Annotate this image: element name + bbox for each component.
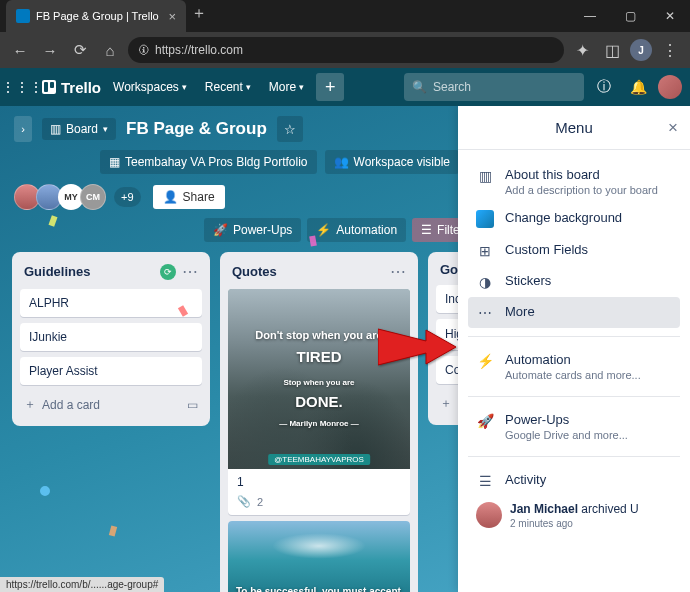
board-view-button[interactable]: ▥ Board ▾ xyxy=(42,118,116,140)
trello-header: ⋮⋮⋮ Trello Workspaces▾ Recent▾ More▾ + 🔍… xyxy=(0,68,690,106)
activity-avatar xyxy=(476,502,502,528)
workspace-chip[interactable]: ▦ Teembahay VA Pros Bldg Portfolio xyxy=(100,150,317,174)
list-quotes: Quotes ⋯ Don't stop when you are TIRED S… xyxy=(220,252,418,592)
close-tab-icon[interactable]: × xyxy=(168,9,176,24)
close-menu-icon[interactable]: × xyxy=(668,118,678,138)
menu-change-background[interactable]: Change background xyxy=(468,203,680,235)
visibility-chip[interactable]: 👥 Workspace visible xyxy=(325,150,459,174)
menu-powerups[interactable]: 🚀 Power-Ups Google Drive and more... xyxy=(468,405,680,448)
org-icon: ▦ xyxy=(109,155,120,169)
board-canvas: › ▥ Board ▾ FB Page & Group ☆ ▦ Teembaha… xyxy=(0,106,690,592)
address-bar[interactable]: 🛈 https://trello.com xyxy=(128,37,564,63)
rocket-icon: 🚀 xyxy=(476,413,494,429)
list-menu-icon[interactable]: ⋯ xyxy=(390,262,406,281)
menu-automation[interactable]: ⚡ Automation Automate cards and more... xyxy=(468,345,680,388)
background-thumb-icon xyxy=(476,210,494,228)
card[interactable]: IJunkie xyxy=(20,323,202,351)
more-members-button[interactable]: +9 xyxy=(114,187,141,207)
trello-logo[interactable]: Trello xyxy=(42,79,101,96)
star-button[interactable]: ☆ xyxy=(277,116,303,142)
recent-menu[interactable]: Recent▾ xyxy=(199,76,257,98)
sticker-icon: ◑ xyxy=(476,274,494,290)
list-title[interactable]: Quotes xyxy=(232,264,277,279)
plus-icon: ＋ xyxy=(24,396,36,413)
trello-logo-icon xyxy=(42,80,56,94)
profile-avatar[interactable]: J xyxy=(630,39,652,61)
account-avatar[interactable] xyxy=(658,75,682,99)
card[interactable]: Player Assist xyxy=(20,357,202,385)
card-cover-image: Don't stop when you are TIRED Stop when … xyxy=(228,289,410,469)
window-minimize-icon[interactable]: ― xyxy=(570,0,610,32)
sidebar-expand-button[interactable]: › xyxy=(14,116,32,142)
forward-button[interactable]: → xyxy=(38,38,62,62)
list-menu-icon[interactable]: ⋯ xyxy=(182,262,198,281)
card[interactable]: Don't stop when you are TIRED Stop when … xyxy=(228,289,410,515)
menu-more[interactable]: ⋯ More xyxy=(468,297,680,328)
apps-icon[interactable]: ⋮⋮⋮ xyxy=(8,73,36,101)
card[interactable]: To be successful, you must accept all ch… xyxy=(228,521,410,592)
trello-icon: ▥ xyxy=(476,168,494,184)
template-icon[interactable]: ▭ xyxy=(187,398,198,412)
annotation-arrow xyxy=(378,324,458,374)
menu-stickers[interactable]: ◑ Stickers xyxy=(468,266,680,297)
window-maximize-icon[interactable]: ▢ xyxy=(610,0,650,32)
status-bar: https://trello.com/b/......age-group# xyxy=(0,577,164,592)
url-text: https://trello.com xyxy=(155,43,243,57)
reload-button[interactable]: ⟳ xyxy=(68,38,92,62)
search-icon: 🔍 xyxy=(412,80,427,94)
board-title[interactable]: FB Page & Group xyxy=(126,119,267,139)
create-button[interactable]: + xyxy=(316,73,344,101)
list-guidelines: Guidelines ⟳ ⋯ ALPHR IJunkie Player Assi… xyxy=(12,252,210,426)
board-icon: ▥ xyxy=(50,122,61,136)
bolt-icon: ⚡ xyxy=(476,353,494,369)
bolt-icon: ⚡ xyxy=(316,223,331,237)
fields-icon: ⊞ xyxy=(476,243,494,259)
window-close-icon[interactable]: ✕ xyxy=(650,0,690,32)
list-title[interactable]: Guidelines xyxy=(24,264,90,279)
more-menu[interactable]: More▾ xyxy=(263,76,310,98)
plus-icon: ＋ xyxy=(440,395,452,412)
new-tab-button[interactable]: ＋ xyxy=(186,0,212,26)
attachment-icon: 📎 xyxy=(237,495,251,508)
search-input[interactable]: 🔍 Search xyxy=(404,73,584,101)
user-plus-icon: 👤 xyxy=(163,190,178,204)
browser-toolbar: ← → ⟳ ⌂ 🛈 https://trello.com ✦ ◫ J ⋮ xyxy=(0,32,690,68)
menu-activity[interactable]: ☰ Activity xyxy=(468,465,680,496)
more-icon: ⋯ xyxy=(476,305,494,321)
side-panel-icon[interactable]: ◫ xyxy=(600,38,624,62)
window-titlebar: FB Page & Group | Trello × ＋ ― ▢ ✕ xyxy=(0,0,690,32)
board-menu-panel: Menu × ▥ About this board Add a descript… xyxy=(458,106,690,592)
powerups-button[interactable]: 🚀Power-Ups xyxy=(204,218,301,242)
menu-icon[interactable]: ⋮ xyxy=(658,38,682,62)
people-icon: 👥 xyxy=(334,155,349,169)
automation-button[interactable]: ⚡Automation xyxy=(307,218,406,242)
home-button[interactable]: ⌂ xyxy=(98,38,122,62)
card[interactable]: ALPHR xyxy=(20,289,202,317)
svg-marker-0 xyxy=(378,329,456,365)
trello-favicon xyxy=(16,9,30,23)
list-icon: ☰ xyxy=(476,473,494,489)
rocket-icon: 🚀 xyxy=(213,223,228,237)
notifications-icon[interactable]: 🔔 xyxy=(624,73,652,101)
card-cover-image: To be successful, you must accept all ch… xyxy=(228,521,410,592)
filter-icon: ☰ xyxy=(421,223,432,237)
tab-title: FB Page & Group | Trello xyxy=(36,10,159,22)
card-badges: 📎 2 xyxy=(228,495,410,515)
info-icon[interactable]: ⓘ xyxy=(590,73,618,101)
list-limit-icon[interactable]: ⟳ xyxy=(160,264,176,280)
menu-about-board[interactable]: ▥ About this board Add a description to … xyxy=(468,160,680,203)
card-title: 1 xyxy=(228,469,410,495)
browser-tab[interactable]: FB Page & Group | Trello × xyxy=(6,0,186,32)
add-card-button[interactable]: ＋Add a card ▭ xyxy=(20,391,202,418)
menu-custom-fields[interactable]: ⊞ Custom Fields xyxy=(468,235,680,266)
back-button[interactable]: ← xyxy=(8,38,32,62)
lock-icon: 🛈 xyxy=(138,44,149,56)
extensions-icon[interactable]: ✦ xyxy=(570,38,594,62)
menu-title: Menu xyxy=(555,119,593,136)
activity-entry[interactable]: Jan Michael archived U 2 minutes ago xyxy=(468,496,680,535)
workspaces-menu[interactable]: Workspaces▾ xyxy=(107,76,193,98)
member-avatar[interactable]: CM xyxy=(80,184,106,210)
share-button[interactable]: 👤 Share xyxy=(153,185,225,209)
